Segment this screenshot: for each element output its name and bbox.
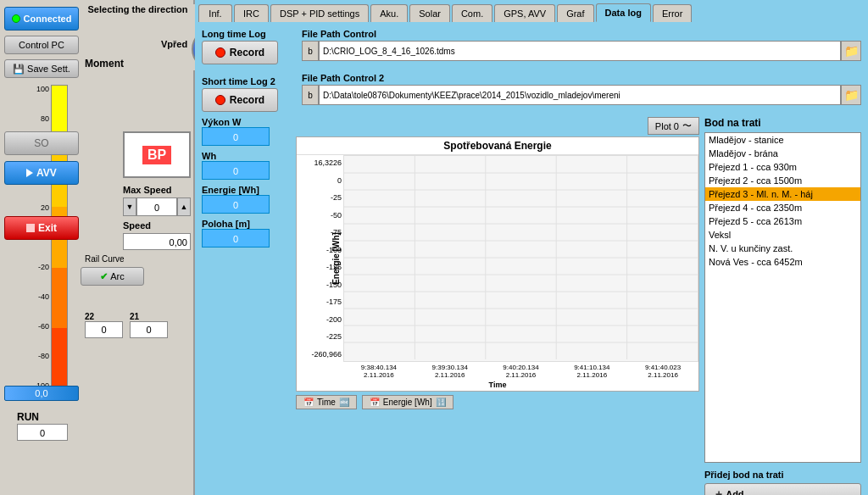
legend-time-icon2: 🔤	[339, 398, 349, 407]
tab-dsp-pid[interactable]: DSP + PID settings	[270, 4, 369, 22]
poloha-panel: Poloha [m] 0	[202, 219, 291, 248]
exit-button[interactable]: Exit	[4, 216, 79, 240]
track-item-3[interactable]: Přejezd 2 - cca 1500m	[705, 174, 860, 187]
record-btn-2[interactable]: Record	[202, 88, 278, 112]
plot-btn-label: Plot 0	[655, 121, 679, 131]
track-item-2[interactable]: Přejezd 1 - cca 930m	[705, 160, 860, 174]
track-item-7[interactable]: Veksl	[705, 228, 860, 242]
tab-graf[interactable]: Graf	[557, 4, 593, 22]
save-icon: 💾	[13, 64, 25, 75]
track-item-0[interactable]: Mladějov - stanice	[705, 133, 860, 147]
num2-label: 21	[130, 312, 168, 321]
vpred-label: Vpřed	[161, 39, 187, 49]
save-sett-button[interactable]: 💾 Save Sett.	[4, 59, 79, 78]
long-time-log-label: Long time Log	[202, 29, 295, 39]
chart-row: Výkon W 0 Wh 0 Energie [Wh] 0 Poloha [m]…	[202, 117, 861, 495]
energie-label: Energie [Wh]	[202, 185, 291, 195]
play-icon	[26, 169, 33, 177]
rec-led-2	[215, 95, 225, 105]
tab-inf[interactable]: Inf.	[198, 4, 232, 22]
file-paths-section: File Path Control b 📁 File Path Control …	[302, 29, 861, 112]
browse-btn-2[interactable]: 📁	[841, 85, 861, 105]
file-icon-prefix-1: b	[302, 41, 319, 61]
file-icon-prefix-2: b	[302, 85, 319, 105]
chart-svg	[344, 156, 698, 359]
track-item-9[interactable]: Nová Ves - cca 6452m	[705, 255, 860, 269]
track-list[interactable]: Mladějov - stanice Mladějov - brána Přej…	[704, 132, 861, 463]
energie-value: 0	[202, 195, 270, 214]
plus-icon: +	[715, 487, 722, 495]
max-speed-input: ▼ 0 ▲	[123, 197, 191, 216]
file-path-input-1[interactable]	[319, 41, 841, 61]
record-btn-1[interactable]: Record	[202, 41, 278, 64]
record2-label: Record	[230, 94, 264, 106]
main-panel: Inf. IRC DSP + PID settings Aku. Solar C…	[195, 0, 868, 495]
track-item-5[interactable]: Přejezd 4 - cca 2350m	[705, 201, 860, 214]
add-section: Přidej bod na trati + Add	[704, 470, 861, 495]
so-button[interactable]: SO	[4, 131, 79, 155]
track-item-6[interactable]: Přejezd 5 - cca 2613m	[705, 214, 860, 228]
stop-icon	[26, 224, 35, 232]
arc-button[interactable]: ✔ Arc	[81, 267, 144, 286]
poloha-value: 0	[202, 229, 270, 248]
max-speed-down[interactable]: ▼	[123, 197, 136, 216]
connected-label: Connected	[24, 14, 72, 24]
rail-curve-label: Rail Curve	[85, 254, 125, 264]
tab-com[interactable]: Com.	[452, 4, 492, 22]
add-label: Add	[726, 489, 743, 495]
wh-value: 0	[202, 161, 270, 180]
tab-irc[interactable]: IRC	[234, 4, 269, 22]
tab-gps-avv[interactable]: GPS, AVV	[494, 4, 555, 22]
moment-label: Moment	[85, 58, 124, 70]
track-item-8[interactable]: N. V. u kunčiny zast.	[705, 242, 860, 255]
add-button[interactable]: + Add	[704, 483, 861, 495]
bod-na-trati-title: Bod na trati	[704, 117, 861, 129]
wh-label: Wh	[202, 151, 291, 161]
plot-button[interactable]: Plot 0 〜	[648, 117, 699, 135]
arc-label: Arc	[110, 271, 125, 281]
data-panels: Výkon W 0 Wh 0 Energie [Wh] 0 Poloha [m]…	[202, 117, 291, 495]
slider-value-display[interactable]: 0,0	[4, 386, 79, 401]
legend-time[interactable]: 📅 Time 🔤	[296, 395, 357, 409]
max-speed-up[interactable]: ▲	[177, 197, 191, 216]
left-panel: Connected Control PC 💾 Save Sett. Select…	[0, 0, 195, 495]
avv-label: AVV	[36, 167, 57, 179]
run-value: 0	[17, 424, 68, 441]
num1-label: 22	[85, 312, 123, 321]
tab-aku[interactable]: Aku.	[370, 4, 408, 22]
num1-input[interactable]	[85, 321, 123, 338]
max-speed-label: Max Speed	[123, 185, 171, 195]
file-path-label-2: File Path Control 2	[302, 73, 861, 83]
connected-button[interactable]: Connected	[4, 7, 79, 31]
vykow-label: Výkon W	[202, 117, 291, 127]
plot-icon: 〜	[682, 120, 692, 132]
max-speed-value: 0	[136, 197, 177, 216]
file-path-input-2[interactable]	[319, 85, 841, 105]
left-data-section: Long time Log Record Short time Log 2 Re…	[202, 29, 295, 112]
track-item-1[interactable]: Mladějov - brána	[705, 147, 860, 160]
speed-value: 0,00	[123, 233, 191, 250]
tab-solar[interactable]: Solar	[409, 4, 450, 22]
avv-button[interactable]: AVV	[4, 161, 79, 185]
browse-btn-1[interactable]: 📁	[841, 41, 861, 61]
tab-datalog[interactable]: Data log	[596, 3, 651, 22]
legend-time-label: Time	[317, 398, 336, 407]
chart-container: Spotřebovaná Energie 16,3226 0 -25 -50 -…	[296, 136, 699, 392]
legend-energie-icon2: 🔢	[436, 398, 446, 407]
chart-title: Spotřebovaná Energie	[297, 137, 698, 155]
num2-input[interactable]	[130, 321, 168, 338]
legend-energie-icon: 📅	[370, 398, 380, 407]
bp-display: BP	[123, 131, 191, 178]
legend-time-icon: 📅	[303, 398, 314, 407]
control-pc-button[interactable]: Control PC	[4, 36, 79, 54]
slider-value: 0,0	[35, 388, 47, 398]
legend-energie-label: Energie [Wh]	[383, 398, 432, 407]
track-item-4[interactable]: Přejezd 3 - Ml. n. M. - háj	[705, 187, 860, 201]
x-axis-title: Time	[297, 381, 698, 391]
legend-energie[interactable]: 📅 Energie [Wh] 🔢	[362, 395, 453, 409]
wh-panel: Wh 0	[202, 151, 291, 180]
legend-row: 📅 Time 🔤 📅 Energie [Wh] 🔢	[296, 395, 699, 409]
chart-area: Plot 0 〜 Spotřebovaná Energie 16,3226 0 …	[296, 117, 699, 495]
exit-label: Exit	[38, 222, 57, 234]
tab-error[interactable]: Error	[653, 4, 692, 22]
